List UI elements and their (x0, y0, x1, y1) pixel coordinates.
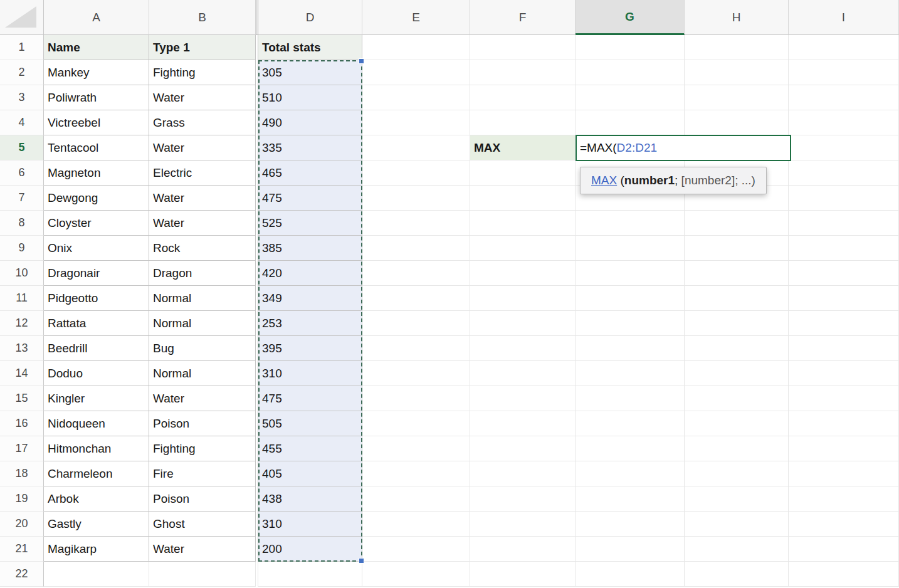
cell-a5[interactable]: Tentacool (44, 135, 149, 160)
cell-i11[interactable] (789, 286, 899, 311)
cell-e2[interactable] (362, 60, 470, 85)
cell-d18[interactable]: 405 (258, 461, 362, 486)
cell-i16[interactable] (789, 411, 899, 436)
cell-h17[interactable] (685, 436, 789, 461)
cell-h16[interactable] (685, 411, 789, 436)
cell-f21[interactable] (470, 537, 576, 562)
cell-e7[interactable] (362, 186, 470, 211)
row-header-20[interactable]: 20 (0, 512, 44, 537)
cell-e3[interactable] (362, 85, 470, 110)
cell-f13[interactable] (470, 336, 576, 361)
cell-f14[interactable] (470, 361, 576, 386)
row-header-5[interactable]: 5 (0, 135, 44, 160)
row-header-11[interactable]: 11 (0, 286, 44, 311)
cell-e4[interactable] (362, 110, 470, 135)
cell-b13[interactable]: Bug (149, 336, 256, 361)
cell-b7[interactable]: Water (149, 186, 256, 211)
select-all-corner[interactable] (0, 0, 44, 35)
cell-d4[interactable]: 490 (258, 110, 362, 135)
cell-i17[interactable] (789, 436, 899, 461)
row-header-22[interactable]: 22 (0, 562, 44, 587)
row-header-2[interactable]: 2 (0, 60, 44, 85)
cell-d17[interactable]: 455 (258, 436, 362, 461)
cell-h3[interactable] (685, 85, 789, 110)
cell-g14[interactable] (576, 361, 685, 386)
cell-e16[interactable] (362, 411, 470, 436)
cell-h14[interactable] (685, 361, 789, 386)
cell-b3[interactable]: Water (149, 85, 256, 110)
cell-a14[interactable]: Doduo (44, 361, 149, 386)
row-header-7[interactable]: 7 (0, 186, 44, 211)
cell-d20[interactable]: 310 (258, 512, 362, 537)
cell-g9[interactable] (576, 236, 685, 261)
row-header-14[interactable]: 14 (0, 361, 44, 386)
cell-a17[interactable]: Hitmonchan (44, 436, 149, 461)
cell-a18[interactable]: Charmeleon (44, 461, 149, 486)
cell-a22[interactable] (44, 562, 149, 587)
cell-e12[interactable] (362, 311, 470, 336)
column-header-a[interactable]: A (44, 0, 149, 35)
cell-d5[interactable]: 335 (258, 135, 362, 160)
cell-d7[interactable]: 475 (258, 186, 362, 211)
cell-e18[interactable] (362, 461, 470, 486)
cell-b20[interactable]: Ghost (149, 512, 256, 537)
row-header-12[interactable]: 12 (0, 311, 44, 336)
column-header-e[interactable]: E (362, 0, 470, 35)
cell-d6[interactable]: 465 (258, 160, 362, 186)
cell-b2[interactable]: Fighting (149, 60, 256, 85)
cell-i19[interactable] (789, 486, 899, 512)
cell-i2[interactable] (789, 60, 899, 85)
cell-f5[interactable]: MAX (470, 135, 576, 160)
cell-g10[interactable] (576, 261, 685, 286)
cell-b5[interactable]: Water (149, 135, 256, 160)
cell-d19[interactable]: 438 (258, 486, 362, 512)
cell-f22[interactable] (470, 562, 576, 587)
cell-g3[interactable] (576, 85, 685, 110)
cell-e13[interactable] (362, 336, 470, 361)
cell-e14[interactable] (362, 361, 470, 386)
cell-a16[interactable]: Nidoqueen (44, 411, 149, 436)
cell-f4[interactable] (470, 110, 576, 135)
cell-f19[interactable] (470, 486, 576, 512)
cell-e11[interactable] (362, 286, 470, 311)
row-header-17[interactable]: 17 (0, 436, 44, 461)
cell-d13[interactable]: 395 (258, 336, 362, 361)
cell-e1[interactable] (362, 35, 470, 60)
cell-d10[interactable]: 420 (258, 261, 362, 286)
cell-f17[interactable] (470, 436, 576, 461)
column-header-d[interactable]: D (258, 0, 362, 35)
cell-d9[interactable]: 385 (258, 236, 362, 261)
cell-b21[interactable]: Water (149, 537, 256, 562)
cell-h12[interactable] (685, 311, 789, 336)
cell-e22[interactable] (362, 562, 470, 587)
cell-e10[interactable] (362, 261, 470, 286)
cell-e8[interactable] (362, 211, 470, 236)
cell-a12[interactable]: Rattata (44, 311, 149, 336)
cell-g8[interactable] (576, 211, 685, 236)
cell-e19[interactable] (362, 486, 470, 512)
cell-e17[interactable] (362, 436, 470, 461)
cell-d8[interactable]: 525 (258, 211, 362, 236)
cell-i4[interactable] (789, 110, 899, 135)
cell-h11[interactable] (685, 286, 789, 311)
cell-i13[interactable] (789, 336, 899, 361)
cell-g21[interactable] (576, 537, 685, 562)
cell-b22[interactable] (149, 562, 256, 587)
cell-f18[interactable] (470, 461, 576, 486)
cell-h19[interactable] (685, 486, 789, 512)
cell-f9[interactable] (470, 236, 576, 261)
cell-a3[interactable]: Poliwrath (44, 85, 149, 110)
cell-h4[interactable] (685, 110, 789, 135)
cell-a10[interactable]: Dragonair (44, 261, 149, 286)
cell-a6[interactable]: Magneton (44, 160, 149, 186)
cell-f8[interactable] (470, 211, 576, 236)
column-header-g[interactable]: G (576, 0, 685, 35)
column-header-h[interactable]: H (685, 0, 789, 35)
cell-i3[interactable] (789, 85, 899, 110)
cell-b14[interactable]: Normal (149, 361, 256, 386)
cell-b12[interactable]: Normal (149, 311, 256, 336)
cell-d22[interactable] (258, 562, 362, 587)
cell-h20[interactable] (685, 512, 789, 537)
cell-a13[interactable]: Beedrill (44, 336, 149, 361)
cell-d1[interactable]: Total stats (258, 35, 362, 60)
